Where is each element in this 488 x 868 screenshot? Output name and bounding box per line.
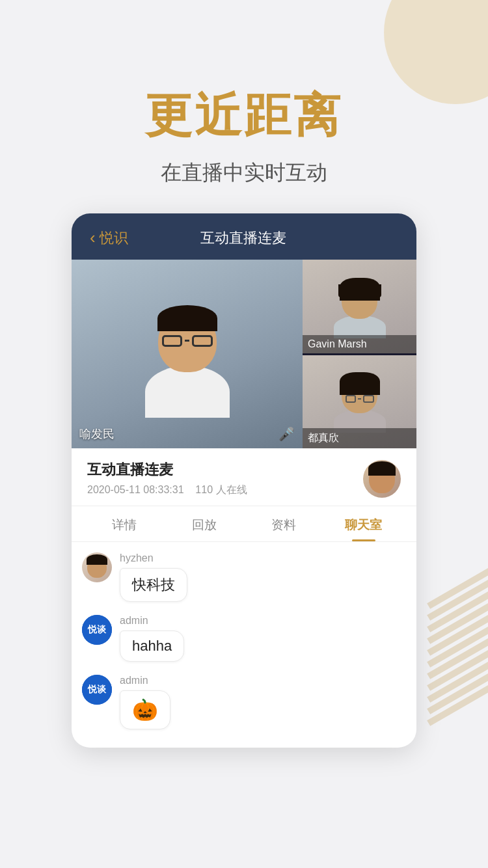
info-section: 互动直播连麦 2020-05-11 08:33:31 110 人在线 xyxy=(72,448,416,506)
video-side: Gavin Marsh xyxy=(303,260,416,448)
mic-icon: 🎤 xyxy=(278,426,295,442)
side-top-hair xyxy=(340,278,380,301)
tab-replay[interactable]: 回放 xyxy=(165,506,245,541)
video-grid: 喻发民 🎤 xyxy=(72,260,416,448)
chat-bubble-1: 快科技 xyxy=(120,568,187,602)
main-title: 更近距离 xyxy=(0,85,488,147)
chat-username-1: hyzhen xyxy=(120,552,187,564)
phone-header: ‹ 悦识 互动直播连麦 xyxy=(72,213,416,260)
chat-username-2: admin xyxy=(120,615,184,627)
header-title: 互动直播连麦 xyxy=(200,228,286,248)
session-online: 110 人在线 xyxy=(195,484,247,495)
info-left: 互动直播连麦 2020-05-11 08:33:31 110 人在线 xyxy=(87,460,247,497)
session-date: 2020-05-11 08:33:31 xyxy=(87,484,184,495)
chat-message-3: 悦谈 admin 🎃 xyxy=(82,675,406,729)
main-person-head xyxy=(158,310,217,372)
tab-details[interactable]: 详情 xyxy=(85,506,165,541)
side-bottom-hair xyxy=(340,372,380,395)
side-top-name: Gavin Marsh xyxy=(308,338,367,349)
back-icon[interactable]: ‹ xyxy=(90,228,96,248)
chat-avatar-admin1: 悦谈 xyxy=(82,615,112,645)
chat-bubble-2: hahha xyxy=(120,631,184,662)
side-top-name-overlay: Gavin Marsh xyxy=(303,335,416,353)
yuetan-logo-2: 悦谈 xyxy=(82,675,112,705)
chat-right-1: hyzhen 快科技 xyxy=(120,552,187,602)
side-bottom-name: 都真欣 xyxy=(308,432,339,443)
back-label[interactable]: 悦识 xyxy=(100,228,128,248)
tabs-row: 详情 回放 资料 聊天室 xyxy=(72,506,416,542)
yuetan-logo-1: 悦谈 xyxy=(82,615,112,645)
video-main: 喻发民 🎤 xyxy=(72,260,303,448)
chat-right-2: admin hahha xyxy=(120,615,184,662)
main-person-display xyxy=(72,260,303,448)
chat-username-3: admin xyxy=(120,675,170,686)
chat-bubble-3: 🎃 xyxy=(120,690,170,729)
side-bottom-glasses xyxy=(346,395,374,403)
chat-message-1: hyzhen 快科技 xyxy=(82,552,406,602)
host-avatar-face xyxy=(369,465,395,493)
side-panel-bottom: 都真欣 xyxy=(303,355,416,449)
chat-message-2: 悦谈 admin hahha xyxy=(82,615,406,662)
bg-decoration-stripes xyxy=(423,582,488,751)
chat-avatar-admin2: 悦谈 xyxy=(82,675,112,705)
chat-avatar-hyzhen xyxy=(82,552,112,582)
chat-section: hyzhen 快科技 悦谈 admin hahha 悦谈 admin 🎃 xyxy=(72,542,416,748)
side-bottom-name-overlay: 都真欣 xyxy=(303,428,416,448)
tab-chat[interactable]: 聊天室 xyxy=(324,506,404,541)
tab-materials[interactable]: 资料 xyxy=(244,506,324,541)
sub-title: 在直播中实时互动 xyxy=(0,159,488,187)
side-panel-top: Gavin Marsh xyxy=(303,260,416,354)
side-bottom-head xyxy=(342,375,377,413)
main-person-body xyxy=(145,366,230,418)
session-title: 互动直播连麦 xyxy=(87,460,247,480)
session-meta: 2020-05-11 08:33:31 110 人在线 xyxy=(87,483,247,497)
main-glasses xyxy=(162,335,213,347)
chat-right-3: admin 🎃 xyxy=(120,675,170,729)
side-top-head xyxy=(342,281,377,319)
host-avatar xyxy=(363,460,401,498)
main-video-name: 喻发民 xyxy=(79,426,115,442)
phone-card: ‹ 悦识 互动直播连麦 xyxy=(72,213,416,748)
